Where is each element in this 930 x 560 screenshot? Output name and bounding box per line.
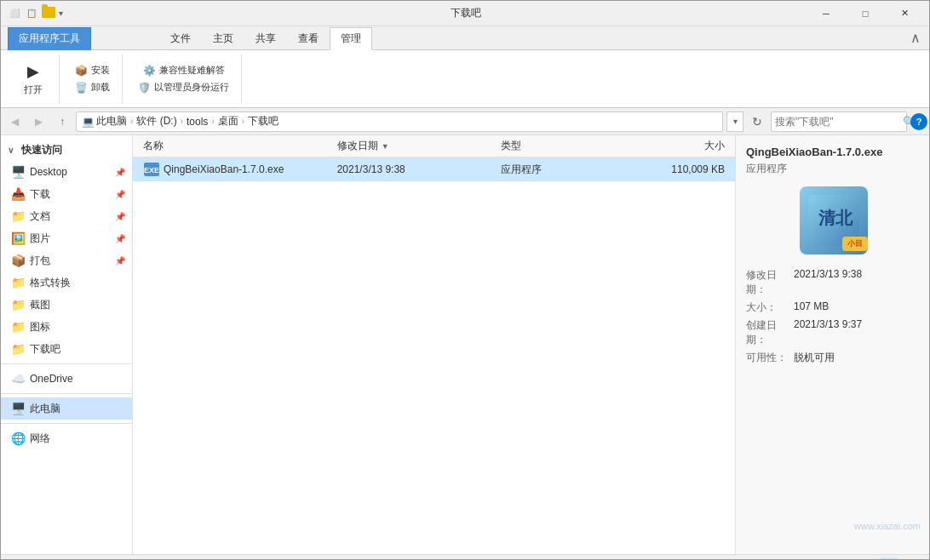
tab-view[interactable]: 查看 — [287, 27, 330, 50]
main-area: ∨ 快速访问 🖥️ Desktop 📌 📥 下载 📌 📁 文档 📌 🖼️ 图片 — [1, 135, 930, 554]
uninstall-icon: 🗑️ — [75, 82, 88, 94]
sidebar-item-pictures[interactable]: 🖼️ 图片 📌 — [1, 227, 132, 249]
search-box: 🔍 — [771, 111, 907, 132]
network-icon: 🌐 — [11, 431, 25, 445]
sidebar-item-convert[interactable]: 📁 格式转换 — [1, 271, 132, 294]
path-segment-tools[interactable]: tools — [187, 116, 208, 128]
window-title: 下载吧 — [451, 6, 481, 20]
pin-icon-download: 📌 — [115, 190, 125, 199]
details-modified-value: 2021/3/13 9:38 — [794, 268, 862, 297]
tab-share[interactable]: 共享 — [244, 27, 287, 50]
details-row-created: 创建日期： 2021/3/13 9:37 — [746, 318, 921, 347]
window-icon-minimize-small: ⬜ — [8, 7, 21, 20]
docs-icon: 📁 — [11, 209, 25, 223]
uninstall-button[interactable]: 🗑️ 卸载 — [70, 79, 115, 96]
install-button[interactable]: 📦 安装 — [70, 62, 115, 79]
sidebar-label-screenshot: 截图 — [30, 298, 50, 312]
sidebar-label-desktop: Desktop — [30, 166, 67, 178]
svg-text:EXE: EXE — [144, 166, 159, 174]
sidebar-divider-1 — [1, 363, 132, 364]
dropdown-arrow-icon[interactable]: ▾ — [59, 7, 63, 20]
details-filename: QingBeiXiaoBan-1.7.0.exe — [746, 146, 921, 158]
sidebar-label-icons: 图标 — [30, 320, 50, 334]
ribbon-group-install: 📦 安装 🗑️ 卸载 — [63, 54, 123, 104]
sidebar-item-network[interactable]: 🌐 网络 — [1, 427, 132, 449]
col-header-date[interactable]: 修改日期 ▼ — [330, 135, 494, 157]
tab-file[interactable]: 文件 — [159, 27, 202, 50]
sort-arrow-date: ▼ — [382, 142, 389, 151]
sidebar-item-this-pc[interactable]: 🖥️ 此电脑 — [1, 397, 132, 420]
run-button[interactable]: ▶ 打开 — [14, 58, 52, 100]
back-button[interactable]: ◀ — [4, 111, 25, 132]
compat-label: 兼容性疑难解答 — [159, 64, 225, 77]
compat-button[interactable]: ⚙️ 兼容性疑难解答 — [138, 62, 230, 79]
admin-button[interactable]: 🛡️ 以管理员身份运行 — [133, 79, 234, 96]
table-row[interactable]: EXE QingBeiXiaoBan-1.7.0.exe 2021/3/13 9… — [133, 157, 735, 181]
details-available-label: 可用性： — [746, 351, 794, 365]
sidebar-item-screenshot[interactable]: 📁 截图 — [1, 294, 132, 316]
file-cell-date: 2021/3/13 9:38 — [330, 163, 494, 175]
ribbon-content: ▶ 打开 📦 安装 🗑️ 卸载 ⚙️ 兼容性疑难解答 — [1, 49, 930, 107]
install-label: 安装 — [91, 64, 110, 77]
sidebar-item-onedrive[interactable]: ☁️ OneDrive — [1, 368, 132, 390]
uninstall-label: 卸载 — [91, 81, 110, 94]
tab-home[interactable]: 主页 — [202, 27, 244, 50]
view-grid-button[interactable]: ⊞ — [902, 557, 921, 561]
sidebar-section-quick-access[interactable]: ∨ 快速访问 — [1, 139, 132, 161]
search-input[interactable] — [775, 116, 903, 128]
sidebar-item-docs[interactable]: 📁 文档 📌 — [1, 205, 132, 227]
title-bar-icons: ⬜ 📋 ▾ — [8, 7, 63, 20]
refresh-button[interactable]: ↻ — [747, 111, 767, 132]
path-segment-pc[interactable]: 💻 此电脑 — [82, 114, 127, 129]
file-icon: EXE — [143, 161, 160, 178]
expand-arrow-icon: ∨ — [8, 146, 18, 155]
up-button[interactable]: ↑ — [52, 111, 72, 132]
title-bar: ⬜ 📋 ▾ 下载吧 ─ □ ✕ — [1, 1, 930, 26]
admin-icon: 🛡️ — [138, 82, 151, 94]
col-header-type[interactable]: 类型 — [494, 135, 628, 157]
sidebar-label-convert: 格式转换 — [30, 276, 71, 290]
minimize-button[interactable]: ─ — [807, 1, 846, 26]
maximize-button[interactable]: □ — [846, 1, 885, 26]
sidebar-label-docs: 文档 — [30, 209, 50, 224]
col-header-name[interactable]: 名称 — [136, 135, 330, 157]
ribbon-collapse-button[interactable]: ∧ — [907, 26, 924, 49]
status-view-controls: ☰ ⊞ — [880, 557, 921, 561]
col-header-size[interactable]: 大小 — [628, 135, 732, 157]
tab-app-tools[interactable]: 应用程序工具 — [8, 27, 91, 50]
address-path[interactable]: 💻 此电脑 › 软件 (D:) › tools › 桌面 › 下载吧 — [76, 111, 723, 132]
sidebar-label-onedrive: OneDrive — [30, 373, 73, 385]
sidebar: ∨ 快速访问 🖥️ Desktop 📌 📥 下载 📌 📁 文档 📌 🖼️ 图片 — [1, 135, 133, 554]
sidebar-label-downloads-folder: 下载吧 — [30, 342, 60, 357]
forward-button[interactable]: ▶ — [28, 111, 49, 132]
convert-icon: 📁 — [11, 276, 25, 289]
path-segment-drive[interactable]: 软件 (D:) — [136, 114, 176, 129]
close-button[interactable]: ✕ — [885, 1, 924, 26]
ribbon-tabs: 应用程序工具 文件 主页 共享 查看 管理 ∧ — [1, 26, 930, 49]
path-segment-desktop[interactable]: 桌面 — [218, 114, 238, 129]
sidebar-item-downloads-folder[interactable]: 📁 下载吧 — [1, 338, 132, 360]
sidebar-item-desktop[interactable]: 🖥️ Desktop 📌 — [1, 161, 132, 183]
quick-access-icon: 📋 — [25, 7, 38, 20]
screenshot-icon: 📁 — [11, 298, 25, 311]
file-cell-size: 110,009 KB — [628, 163, 732, 175]
run-icon: ▶ — [23, 61, 43, 82]
sidebar-divider-3 — [1, 423, 132, 424]
address-bar: ◀ ▶ ↑ 💻 此电脑 › 软件 (D:) › tools › 桌面 › 下载吧… — [1, 108, 930, 135]
sidebar-item-icons[interactable]: 📁 图标 — [1, 316, 132, 338]
tab-manage[interactable]: 管理 — [330, 27, 372, 50]
sidebar-item-download[interactable]: 📥 下载 📌 — [1, 183, 132, 205]
help-button[interactable]: ? — [910, 113, 927, 130]
pin-icon-docs: 📌 — [115, 212, 125, 221]
sidebar-item-pack[interactable]: 📦 打包 📌 — [1, 249, 132, 271]
window-controls: ─ □ ✕ — [807, 1, 924, 26]
pack-icon: 📦 — [11, 254, 25, 267]
address-dropdown-button[interactable]: ▾ — [726, 111, 743, 132]
view-list-button[interactable]: ☰ — [880, 557, 898, 561]
sidebar-label-pack: 打包 — [30, 254, 50, 268]
sidebar-label-network: 网络 — [30, 431, 50, 446]
sidebar-label-download: 下载 — [30, 187, 50, 202]
sidebar-label-pictures: 图片 — [30, 231, 50, 246]
watermark: www.xiazai.com — [854, 521, 921, 531]
path-segment-downloads[interactable]: 下载吧 — [248, 114, 278, 129]
